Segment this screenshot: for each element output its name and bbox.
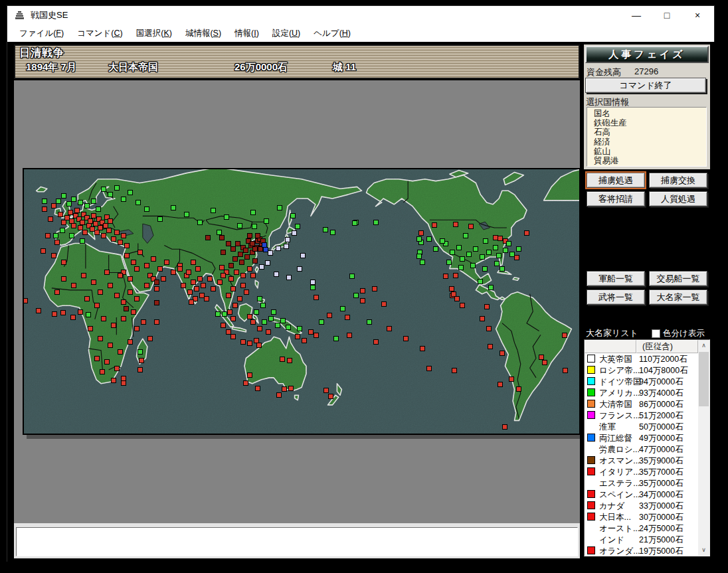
- city-marker[interactable]: [135, 327, 139, 331]
- city-marker[interactable]: [187, 270, 191, 275]
- city-marker[interactable]: [281, 319, 286, 323]
- city-marker[interactable]: [292, 231, 297, 236]
- city-marker[interactable]: [498, 236, 503, 241]
- city-marker[interactable]: [145, 264, 149, 268]
- daimyo-row[interactable]: オースト...24万5000石: [585, 523, 698, 534]
- city-marker[interactable]: [494, 236, 498, 240]
- city-marker[interactable]: [138, 350, 143, 355]
- city-marker[interactable]: [132, 310, 136, 315]
- city-marker[interactable]: [216, 312, 221, 317]
- daimyo-row[interactable]: 両江総督49万0000石: [585, 432, 698, 444]
- city-marker[interactable]: [122, 234, 126, 238]
- city-marker[interactable]: [260, 265, 264, 270]
- city-marker[interactable]: [341, 307, 345, 311]
- city-marker[interactable]: [284, 244, 289, 249]
- color-toggle-checkbox[interactable]: [652, 329, 660, 338]
- city-marker[interactable]: [507, 242, 511, 246]
- city-marker[interactable]: [62, 194, 66, 199]
- daimyo-row[interactable]: フランス...51万2000石: [585, 410, 698, 421]
- daimyo-row[interactable]: 大日本...30万0000石: [585, 511, 698, 523]
- city-marker[interactable]: [287, 276, 292, 280]
- city-marker[interactable]: [118, 274, 123, 278]
- city-marker[interactable]: [231, 287, 236, 291]
- city-marker[interactable]: [128, 277, 133, 282]
- city-marker[interactable]: [450, 287, 454, 291]
- city-marker[interactable]: [196, 267, 201, 272]
- city-marker[interactable]: [155, 301, 159, 305]
- city-marker[interactable]: [128, 191, 133, 195]
- city-marker[interactable]: [208, 277, 213, 282]
- city-marker[interactable]: [319, 320, 324, 325]
- city-marker[interactable]: [200, 293, 205, 298]
- city-marker[interactable]: [434, 247, 438, 252]
- city-marker[interactable]: [500, 267, 505, 272]
- city-marker[interactable]: [138, 368, 143, 372]
- city-marker[interactable]: [238, 297, 242, 301]
- city-marker[interactable]: [302, 339, 307, 343]
- city-marker[interactable]: [70, 219, 74, 224]
- city-marker[interactable]: [37, 309, 41, 313]
- city-marker[interactable]: [286, 238, 290, 242]
- city-marker[interactable]: [108, 193, 113, 197]
- city-marker[interactable]: [102, 187, 106, 192]
- city-marker[interactable]: [90, 227, 95, 232]
- city-marker[interactable]: [112, 378, 116, 383]
- city-marker[interactable]: [257, 343, 262, 348]
- city-marker[interactable]: [41, 249, 46, 254]
- city-marker[interactable]: [92, 199, 96, 204]
- daimyo-row[interactable]: インド21万5000石: [585, 534, 698, 545]
- city-marker[interactable]: [450, 250, 455, 255]
- city-marker[interactable]: [480, 317, 485, 321]
- city-marker[interactable]: [195, 287, 199, 291]
- city-marker[interactable]: [145, 284, 149, 288]
- city-marker[interactable]: [206, 236, 211, 240]
- city-marker[interactable]: [296, 224, 300, 229]
- city-marker[interactable]: [539, 355, 544, 360]
- city-marker[interactable]: [227, 242, 231, 246]
- minimize-button[interactable]: —: [621, 6, 652, 25]
- city-marker[interactable]: [329, 394, 333, 399]
- city-marker[interactable]: [98, 226, 103, 230]
- city-marker[interactable]: [276, 246, 281, 251]
- scrollbar[interactable]: ∧ ∨: [698, 340, 709, 556]
- city-marker[interactable]: [88, 219, 93, 224]
- city-marker[interactable]: [188, 290, 193, 295]
- city-marker[interactable]: [500, 351, 505, 356]
- city-marker[interactable]: [457, 246, 462, 250]
- city-marker[interactable]: [314, 333, 319, 338]
- city-marker[interactable]: [52, 312, 57, 317]
- city-marker[interactable]: [250, 242, 255, 246]
- city-marker[interactable]: [229, 277, 234, 282]
- city-marker[interactable]: [251, 274, 256, 278]
- city-marker[interactable]: [231, 247, 236, 252]
- city-marker[interactable]: [350, 274, 355, 279]
- city-marker[interactable]: [253, 247, 258, 252]
- city-marker[interactable]: [189, 300, 194, 305]
- city-marker[interactable]: [238, 224, 242, 228]
- city-marker[interactable]: [248, 315, 252, 319]
- city-marker[interactable]: [227, 293, 231, 298]
- city-marker[interactable]: [231, 335, 236, 339]
- city-marker[interactable]: [367, 320, 372, 325]
- city-marker[interactable]: [248, 234, 252, 238]
- city-marker[interactable]: [266, 330, 271, 335]
- city-marker[interactable]: [484, 239, 488, 244]
- city-marker[interactable]: [510, 252, 515, 257]
- city-marker[interactable]: [487, 327, 492, 331]
- scroll-up-icon[interactable]: ∧: [698, 340, 709, 351]
- city-marker[interactable]: [353, 221, 357, 226]
- daimyo-row[interactable]: 淮軍50万0000石: [585, 421, 698, 432]
- city-marker[interactable]: [94, 222, 98, 226]
- city-marker[interactable]: [464, 234, 468, 238]
- city-marker[interactable]: [354, 293, 359, 298]
- city-marker[interactable]: [233, 303, 238, 308]
- city-marker[interactable]: [452, 292, 456, 297]
- city-marker[interactable]: [509, 377, 514, 382]
- city-marker[interactable]: [245, 255, 250, 260]
- city-marker[interactable]: [311, 286, 316, 290]
- city-marker[interactable]: [252, 224, 257, 229]
- city-marker[interactable]: [155, 280, 159, 285]
- list-button-1[interactable]: 交易船一覧: [649, 271, 707, 286]
- menu-item-c[interactable]: コマンド(C): [70, 25, 130, 42]
- city-marker[interactable]: [231, 317, 236, 321]
